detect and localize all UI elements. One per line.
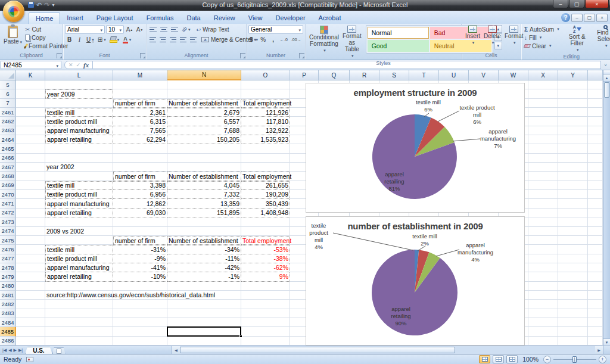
row-header-2476[interactable]: 2476 bbox=[0, 245, 16, 254]
autosum-button[interactable]: ΣAutoSum bbox=[523, 25, 561, 33]
cell-partial6[interactable] bbox=[588, 89, 603, 98]
insert-function-button[interactable]: fx bbox=[83, 61, 89, 69]
cell-O2472[interactable]: 1,408,948 bbox=[241, 209, 290, 217]
shrink-font-button[interactable]: A▼ bbox=[135, 25, 144, 34]
cell-K5[interactable] bbox=[16, 80, 45, 89]
vertical-scroll-thumb[interactable] bbox=[604, 82, 609, 98]
cell-M2464[interactable]: 62,294 bbox=[113, 135, 167, 144]
cell-M2485[interactable] bbox=[113, 327, 167, 336]
cell-X2476[interactable] bbox=[528, 245, 558, 254]
cell-O2477[interactable]: -38% bbox=[241, 254, 290, 263]
cell-M7[interactable]: number of firm bbox=[113, 99, 167, 108]
font-family-select[interactable]: Arial bbox=[65, 25, 105, 34]
formula-bar-expand-icon[interactable]: ˅ bbox=[601, 60, 610, 70]
zoom-in-icon[interactable]: + bbox=[599, 356, 606, 363]
row-header-2484[interactable]: 2484 bbox=[0, 318, 16, 327]
column-header-U[interactable]: U bbox=[439, 70, 469, 80]
cell-partial5[interactable] bbox=[588, 80, 603, 89]
cell-K2479[interactable] bbox=[16, 272, 45, 281]
save-button[interactable] bbox=[28, 2, 34, 9]
tab-home[interactable]: Home bbox=[29, 13, 60, 24]
cell-L2476[interactable]: textile mill bbox=[45, 245, 113, 254]
font-dialog-launcher-icon[interactable] bbox=[140, 53, 145, 58]
row-header-2464[interactable]: 2464 bbox=[0, 135, 16, 144]
cell-M2466[interactable] bbox=[113, 154, 167, 163]
horizontal-scroll-thumb[interactable] bbox=[180, 347, 455, 353]
cell-O2470[interactable]: 190,209 bbox=[241, 190, 290, 199]
cell-X2471[interactable] bbox=[528, 199, 558, 208]
cell-O2476[interactable]: -53% bbox=[241, 245, 290, 254]
name-box[interactable]: N2485 bbox=[1, 61, 61, 69]
cell-M2480[interactable] bbox=[113, 282, 167, 291]
paste-button[interactable]: Paste bbox=[2, 25, 24, 46]
cell-M5[interactable] bbox=[113, 80, 167, 89]
cell-N2463[interactable]: 7,688 bbox=[167, 126, 241, 135]
cell-partial2461[interactable] bbox=[588, 108, 603, 117]
cell-N2475[interactable]: Number of establishment bbox=[167, 236, 241, 245]
cell-M2470[interactable]: 6,956 bbox=[113, 190, 167, 199]
cell-M2461[interactable]: 2,361 bbox=[113, 108, 167, 117]
cell-L2469[interactable]: textile mill bbox=[45, 181, 113, 190]
cell-Y2469[interactable] bbox=[558, 181, 588, 190]
cell-M2478[interactable]: -41% bbox=[113, 263, 167, 272]
cell-Y2472[interactable] bbox=[558, 209, 588, 217]
zoom-thumb-icon[interactable] bbox=[572, 356, 577, 363]
cell-O2474[interactable] bbox=[241, 227, 290, 236]
cell-partial2477[interactable] bbox=[588, 254, 603, 263]
cell-X2470[interactable] bbox=[528, 190, 558, 199]
cell-Y2484[interactable] bbox=[558, 318, 588, 327]
cell-K2474[interactable] bbox=[16, 227, 45, 236]
cell-K2466[interactable] bbox=[16, 154, 45, 163]
cell-partial2482[interactable] bbox=[588, 300, 603, 309]
align-center-button[interactable] bbox=[158, 35, 167, 44]
cell-O2479[interactable]: 9% bbox=[241, 272, 290, 281]
tab-data[interactable]: Data bbox=[180, 13, 207, 24]
cell-partial2478[interactable] bbox=[588, 263, 603, 272]
cell-Y2468[interactable] bbox=[558, 172, 588, 181]
cell-N6[interactable] bbox=[167, 89, 241, 98]
scroll-down-icon[interactable]: ▼ bbox=[603, 338, 610, 346]
cell-K2467[interactable] bbox=[16, 163, 45, 172]
cell-O2466[interactable] bbox=[241, 154, 290, 163]
cell-O6[interactable] bbox=[241, 89, 290, 98]
cell-N2478[interactable]: -42% bbox=[167, 263, 241, 272]
cell-Y2466[interactable] bbox=[558, 154, 588, 163]
cell-K2475[interactable] bbox=[16, 236, 45, 245]
cell-M2482[interactable] bbox=[113, 300, 167, 309]
close-button[interactable]: × bbox=[585, 0, 609, 8]
format-painter-button[interactable]: Format Painter bbox=[24, 42, 69, 50]
cell-N2461[interactable]: 2,679 bbox=[167, 108, 241, 117]
cell-O2478[interactable]: -62% bbox=[241, 263, 290, 272]
cell-N2470[interactable]: 7,332 bbox=[167, 190, 241, 199]
scroll-up-icon[interactable]: ▲ bbox=[603, 74, 610, 82]
cell-N2479[interactable]: -1% bbox=[167, 272, 241, 281]
cell-K2485[interactable] bbox=[16, 327, 45, 336]
percent-style-button[interactable]: % bbox=[259, 35, 267, 44]
cell-X2475[interactable] bbox=[528, 236, 558, 245]
cell-Y2471[interactable] bbox=[558, 199, 588, 208]
cell-Y2470[interactable] bbox=[558, 190, 588, 199]
cell-X2463[interactable] bbox=[528, 126, 558, 135]
cell-L2477[interactable]: textile product mill bbox=[45, 254, 113, 263]
cell-Y2461[interactable] bbox=[558, 108, 588, 117]
macro-record-icon[interactable] bbox=[26, 357, 33, 362]
borders-button[interactable]: ⊞ bbox=[97, 35, 107, 44]
cell-X2482[interactable] bbox=[528, 300, 558, 309]
cell-M2474[interactable] bbox=[113, 227, 167, 236]
cell-X2477[interactable] bbox=[528, 254, 558, 263]
row-header-2470[interactable]: 2470 bbox=[0, 190, 16, 199]
cell-K2462[interactable] bbox=[16, 117, 45, 126]
maximize-button[interactable]: ▢ bbox=[569, 0, 584, 8]
cell-L2485[interactable] bbox=[45, 327, 113, 336]
cell-N2464[interactable]: 150,205 bbox=[167, 135, 241, 144]
row-header-2474[interactable]: 2474 bbox=[0, 227, 16, 236]
column-header-partial[interactable] bbox=[588, 70, 603, 80]
cell-Y2476[interactable] bbox=[558, 245, 588, 254]
cut-button[interactable]: ✂Cut bbox=[24, 25, 69, 33]
horizontal-scrollbar[interactable]: ◀ ▶ bbox=[172, 346, 603, 354]
cell-L2467[interactable]: year 2002 bbox=[45, 163, 113, 172]
tab-formulas[interactable]: Formulas bbox=[140, 13, 180, 24]
row-header-2472[interactable]: 2472 bbox=[0, 209, 16, 217]
cell-X2473[interactable] bbox=[528, 217, 558, 226]
cell-M2477[interactable]: -9% bbox=[113, 254, 167, 263]
